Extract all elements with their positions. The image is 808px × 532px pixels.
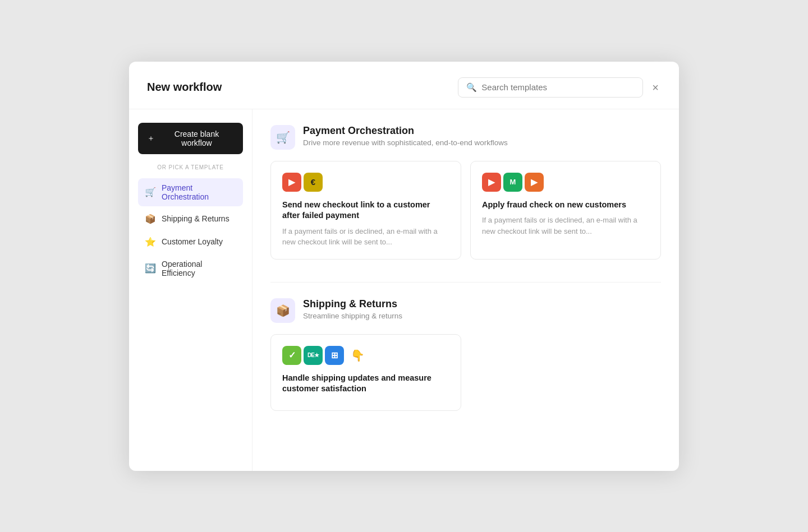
app-icon-euro: € (304, 173, 323, 192)
cart-icon: 🛒 (276, 131, 290, 144)
app-icon-red-2: ▶ (482, 173, 501, 192)
sidebar-item-loyalty-label: Customer Loyalty (162, 237, 223, 246)
sidebar-item-loyalty[interactable]: ⭐ Customer Loyalty (138, 232, 243, 252)
shipping-section-title: Shipping & Returns (303, 298, 402, 310)
app-icon-green: M (503, 173, 522, 192)
card-desc-checkout: If a payment fails or is declined, an e-… (282, 226, 449, 248)
payment-section-desc: Drive more revenue with sophisticated, e… (303, 138, 508, 147)
or-pick-label: OR PICK A TEMPLATE (138, 164, 243, 170)
payment-orchestration-section: 🛒 Payment Orchestration Drive more reven… (270, 125, 661, 260)
payment-cards-grid: ▶ € Send new checkout link to a customer… (270, 161, 661, 260)
shipping-section-header: 📦 Shipping & Returns Streamline shipping… (270, 298, 661, 323)
shipping-section-icon: 📦 (270, 298, 295, 323)
create-blank-label: Create blank workflow (159, 129, 234, 147)
payment-icon: 🛒 (145, 187, 156, 197)
payment-section-header: 🛒 Payment Orchestration Drive more reven… (270, 125, 661, 150)
app-icon-orange: ▶ (525, 173, 544, 192)
app-icon-lime: ✓ (282, 346, 301, 365)
template-card-fraud[interactable]: ▶ M ▶ Apply fraud check on new customers… (470, 161, 661, 260)
search-icon: 🔍 (466, 82, 477, 92)
close-button[interactable]: × (650, 80, 661, 95)
shipping-returns-section: 📦 Shipping & Returns Streamline shipping… (270, 298, 661, 411)
modal-title: New workflow (147, 81, 222, 94)
card-title-checkout: Send new checkout link to a customer aft… (282, 200, 449, 221)
create-blank-button[interactable]: ＋ Create blank workflow (138, 123, 243, 154)
cursor-pointer-icon: 👇 (351, 349, 365, 362)
app-icon-red-1: ▶ (282, 173, 301, 192)
loyalty-icon: ⭐ (145, 237, 156, 247)
sidebar-item-payment[interactable]: 🛒 Payment Orchestration (138, 178, 243, 206)
card-icons-shipping: ✓ DE★ ⊞ 👇 (282, 346, 449, 365)
modal-header: New workflow 🔍 × (129, 62, 679, 109)
modal-body: ＋ Create blank workflow OR PICK A TEMPLA… (129, 109, 679, 471)
content-area: 🛒 Payment Orchestration Drive more reven… (252, 109, 679, 471)
sidebar: ＋ Create blank workflow OR PICK A TEMPLA… (129, 109, 252, 471)
app-icon-blue-grid: ⊞ (325, 346, 344, 365)
card-title-shipping-updates: Handle shipping updates and measure cust… (282, 373, 449, 395)
shipping-cards-grid: ✓ DE★ ⊞ 👇 Handle shipping updates and me… (270, 334, 661, 411)
sidebar-item-payment-label: Payment Orchestration (162, 183, 236, 201)
payment-section-text: Payment Orchestration Drive more revenue… (303, 125, 508, 147)
shipping-icon: 📦 (145, 214, 156, 224)
card-icons-fraud: ▶ M ▶ (482, 173, 649, 192)
sidebar-item-shipping-label: Shipping & Returns (162, 214, 229, 223)
payment-section-icon: 🛒 (270, 125, 295, 150)
template-card-checkout[interactable]: ▶ € Send new checkout link to a customer… (270, 161, 461, 260)
sidebar-item-efficiency[interactable]: 🔄 Operational Efficiency (138, 255, 243, 283)
plus-icon: ＋ (147, 133, 155, 144)
new-workflow-modal: New workflow 🔍 × ＋ Create blank workflow… (129, 62, 679, 471)
shipping-section-text: Shipping & Returns Streamline shipping &… (303, 298, 402, 320)
payment-section-title: Payment Orchestration (303, 125, 508, 137)
card-title-fraud: Apply fraud check on new customers (482, 200, 649, 211)
card-icons-checkout: ▶ € (282, 173, 449, 192)
sidebar-item-efficiency-label: Operational Efficiency (162, 260, 236, 277)
template-card-shipping-updates[interactable]: ✓ DE★ ⊞ 👇 Handle shipping updates and me… (270, 334, 461, 411)
search-box[interactable]: 🔍 (458, 77, 643, 98)
header-right: 🔍 × (458, 77, 661, 98)
sidebar-item-shipping[interactable]: 📦 Shipping & Returns (138, 209, 243, 229)
shipping-section-desc: Streamline shipping & returns (303, 312, 402, 320)
search-input[interactable] (481, 82, 635, 92)
card-desc-fraud: If a payment fails or is declined, an e-… (482, 215, 649, 237)
app-icon-teal-star: DE★ (304, 346, 323, 365)
box-icon: 📦 (276, 304, 290, 317)
section-divider (270, 282, 661, 283)
efficiency-icon: 🔄 (145, 263, 156, 274)
